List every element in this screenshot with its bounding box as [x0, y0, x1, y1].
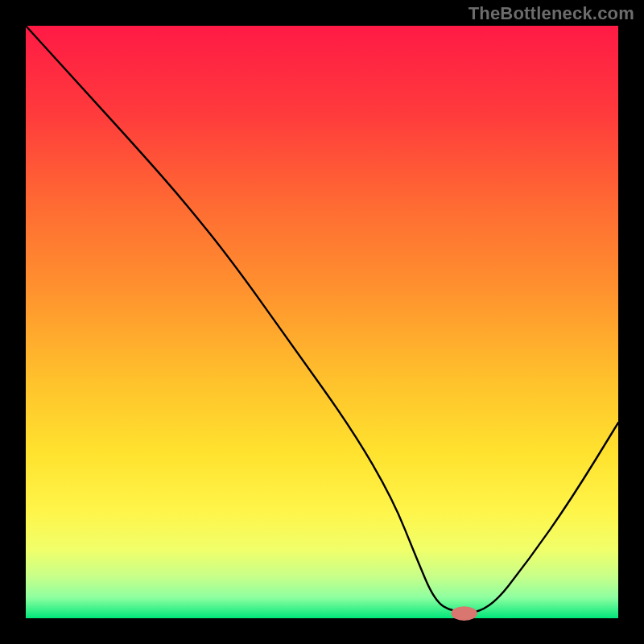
- highlight-marker: [451, 606, 477, 621]
- chart-svg: [0, 0, 644, 644]
- watermark-text: TheBottleneck.com: [469, 3, 634, 24]
- chart-stage: TheBottleneck.com: [0, 0, 644, 644]
- plot-background: [26, 26, 618, 618]
